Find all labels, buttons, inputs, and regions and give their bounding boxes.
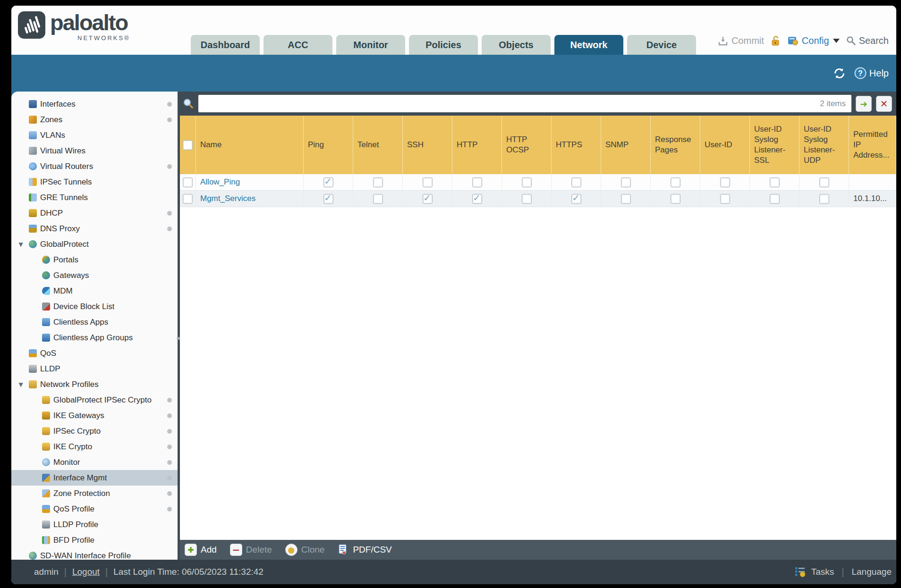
checkbox-user-id-syslog-listener-udp-unchecked[interactable] bbox=[819, 194, 829, 204]
column-header-telnet[interactable]: Telnet bbox=[353, 116, 403, 174]
clear-filter-button[interactable] bbox=[876, 96, 892, 112]
checkbox-user-id-syslog-listener-ssl-unchecked[interactable] bbox=[770, 177, 780, 187]
lock-icon[interactable] bbox=[771, 35, 781, 46]
item-options-dot[interactable] bbox=[167, 413, 172, 418]
sidebar-item-bfd-profile[interactable]: BFD Profile bbox=[11, 532, 178, 548]
item-options-dot[interactable] bbox=[167, 227, 172, 231]
column-header-permitted-ip-address[interactable]: Permitted IP Address... bbox=[849, 116, 896, 174]
checkbox-snmp-unchecked[interactable] bbox=[621, 194, 631, 204]
item-options-dot[interactable] bbox=[167, 211, 172, 216]
tab-device[interactable]: Device bbox=[627, 35, 696, 55]
collapse-triangle-icon[interactable]: ▼ bbox=[16, 241, 26, 248]
sidebar-item-gre-tunnels[interactable]: GRE Tunnels bbox=[11, 190, 178, 205]
checkbox-http-checked[interactable] bbox=[472, 194, 482, 204]
item-options-dot[interactable] bbox=[167, 118, 172, 122]
sidebar-item-qos[interactable]: QoS bbox=[11, 345, 178, 361]
row-name-link[interactable]: Allow_Ping bbox=[200, 177, 240, 187]
sidebar-item-vlans[interactable]: VLANs bbox=[11, 127, 178, 143]
sidebar-item-qos-profile[interactable]: QoS Profile bbox=[11, 501, 178, 517]
item-options-dot[interactable] bbox=[167, 460, 172, 465]
row-name-link[interactable]: Mgmt_Services bbox=[200, 194, 255, 203]
checkbox-http-ocsp-unchecked[interactable] bbox=[522, 177, 532, 187]
pdf-csv-button[interactable]: PDF/CSV bbox=[338, 544, 391, 555]
checkbox-ssh-unchecked[interactable] bbox=[423, 177, 433, 187]
row-select-checkbox[interactable] bbox=[183, 177, 193, 187]
column-header-http[interactable]: HTTP bbox=[452, 116, 502, 174]
checkbox-https-checked[interactable] bbox=[571, 194, 581, 204]
sidebar-item-mdm[interactable]: MDM bbox=[11, 283, 178, 299]
sidebar-item-network-profiles[interactable]: ▼Network Profiles bbox=[11, 377, 178, 392]
filter-input[interactable] bbox=[198, 99, 820, 109]
collapse-triangle-icon[interactable]: ▼ bbox=[16, 381, 26, 388]
tab-acc[interactable]: ACC bbox=[264, 35, 332, 55]
column-header-ssh[interactable]: SSH bbox=[403, 116, 452, 174]
delete-button[interactable]: Delete bbox=[230, 544, 272, 556]
tab-monitor[interactable]: Monitor bbox=[336, 35, 405, 55]
checkbox-telnet-unchecked[interactable] bbox=[373, 177, 383, 187]
logout-link[interactable]: Logout bbox=[72, 567, 100, 577]
checkbox-snmp-unchecked[interactable] bbox=[621, 177, 631, 187]
column-header-http-ocsp[interactable]: HTTP OCSP bbox=[502, 116, 552, 174]
column-header-user-id-syslog-listener-ssl[interactable]: User-ID Syslog Listener-SSL bbox=[750, 116, 799, 174]
checkbox-user-id-unchecked[interactable] bbox=[720, 194, 730, 204]
sidebar-item-portals[interactable]: Portals bbox=[11, 252, 178, 268]
sidebar-item-ipsec-tunnels[interactable]: IPSec Tunnels bbox=[11, 174, 178, 190]
checkbox-ping-checked[interactable] bbox=[323, 194, 333, 204]
checkbox-ssh-checked[interactable] bbox=[423, 194, 433, 204]
item-options-dot[interactable] bbox=[167, 164, 172, 169]
sidebar-item-clientless-apps[interactable]: Clientless Apps bbox=[11, 314, 178, 330]
item-options-dot[interactable] bbox=[167, 445, 172, 449]
checkbox-user-id-unchecked[interactable] bbox=[720, 177, 730, 187]
sidebar-item-dns-proxy[interactable]: DNS Proxy bbox=[11, 221, 178, 236]
item-options-dot[interactable] bbox=[167, 491, 172, 496]
sidebar-item-device-block-list[interactable]: Device Block List bbox=[11, 299, 178, 314]
sidebar-item-monitor[interactable]: Monitor bbox=[11, 454, 178, 470]
sidebar-collapse-handle[interactable] bbox=[176, 334, 180, 342]
column-header-user-id[interactable]: User-ID bbox=[700, 116, 750, 174]
column-header-name[interactable]: Name bbox=[196, 116, 304, 174]
add-button[interactable]: Add bbox=[185, 544, 217, 556]
column-header-response-pages[interactable]: Response Pages bbox=[651, 116, 700, 174]
sidebar-item-ike-crypto[interactable]: IKE Crypto bbox=[11, 439, 178, 454]
help-button[interactable]: ? Help bbox=[854, 67, 889, 79]
column-header-user-id-syslog-listener-udp[interactable]: User-ID Syslog Listener-UDP bbox=[799, 116, 849, 174]
sidebar-item-globalprotect-ipsec-crypto[interactable]: GlobalProtect IPSec Crypto bbox=[11, 392, 178, 408]
sidebar-item-dhcp[interactable]: DHCP bbox=[11, 205, 178, 221]
config-menu-button[interactable]: Config bbox=[787, 35, 840, 46]
checkbox-ping-checked[interactable] bbox=[323, 177, 333, 187]
sidebar-item-interface-mgmt[interactable]: Interface Mgmt bbox=[11, 470, 178, 486]
global-search-button[interactable]: Search bbox=[846, 35, 889, 46]
column-header-https[interactable]: HTTPS bbox=[552, 116, 601, 174]
sidebar-item-zones[interactable]: Zones bbox=[11, 112, 178, 127]
checkbox-http-unchecked[interactable] bbox=[472, 177, 482, 187]
checkbox-http-ocsp-unchecked[interactable] bbox=[522, 194, 532, 204]
tab-dashboard[interactable]: Dashboard bbox=[191, 35, 260, 55]
item-options-dot[interactable] bbox=[167, 429, 172, 434]
refresh-icon[interactable] bbox=[833, 67, 846, 80]
item-options-dot[interactable] bbox=[167, 102, 172, 107]
checkbox-https-unchecked[interactable] bbox=[571, 177, 581, 187]
clone-button[interactable]: Clone bbox=[285, 544, 325, 556]
sidebar-item-virtual-routers[interactable]: Virtual Routers bbox=[11, 159, 178, 174]
tab-network[interactable]: Network bbox=[554, 35, 623, 55]
commit-button[interactable]: Commit bbox=[717, 35, 764, 46]
sidebar-item-globalprotect[interactable]: ▼GlobalProtect bbox=[11, 236, 178, 252]
select-all-checkbox[interactable] bbox=[183, 140, 193, 150]
item-options-dot[interactable] bbox=[167, 507, 172, 512]
sidebar-item-interfaces[interactable]: Interfaces bbox=[11, 96, 178, 112]
checkbox-telnet-unchecked[interactable] bbox=[373, 194, 383, 204]
table-row-mgmt-services[interactable]: Mgmt_Services10.1.10... bbox=[180, 191, 896, 207]
tasks-link[interactable]: Tasks bbox=[811, 567, 834, 577]
row-select-checkbox[interactable] bbox=[183, 194, 193, 204]
sidebar-item-ike-gateways[interactable]: IKE Gateways bbox=[11, 408, 178, 423]
language-link[interactable]: Language bbox=[851, 567, 892, 577]
item-options-dot[interactable] bbox=[167, 476, 172, 480]
sidebar-item-lldp[interactable]: LLDP bbox=[11, 361, 178, 377]
column-header-snmp[interactable]: SNMP bbox=[601, 116, 651, 174]
column-header-ping[interactable]: Ping bbox=[304, 116, 353, 174]
sidebar-item-zone-protection[interactable]: Zone Protection bbox=[11, 486, 178, 501]
apply-filter-button[interactable] bbox=[856, 96, 872, 112]
item-options-dot[interactable] bbox=[167, 398, 172, 403]
checkbox-response-pages-unchecked[interactable] bbox=[671, 177, 680, 187]
checkbox-user-id-syslog-listener-udp-unchecked[interactable] bbox=[819, 177, 829, 187]
